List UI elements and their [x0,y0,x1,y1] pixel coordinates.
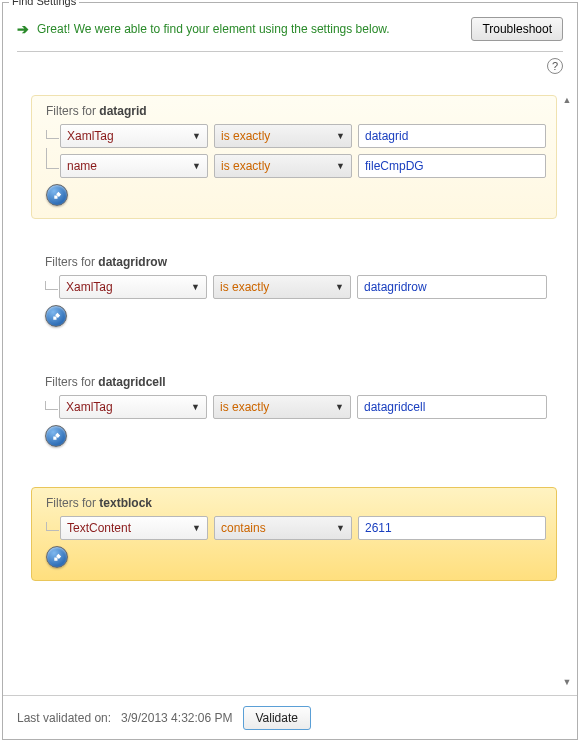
filter-row: XamlTag▼is exactly▼datagridcell [59,395,547,419]
filters-for-label: Filters for [46,496,99,510]
filter-section: Filters for datagridXamlTag▼is exactly▼d… [31,95,557,219]
filter-row: TextContent▼contains▼2611 [60,516,546,540]
value-input[interactable]: datagridcell [357,395,547,419]
filter-row: name▼is exactly▼fileCmpDG [60,154,546,178]
scroll-up-icon[interactable]: ▲ [560,93,574,107]
status-message: Great! We were able to find your element… [37,22,471,36]
filter-target-name: textblock [99,496,152,510]
filters-for-label: Filters for [45,375,98,389]
filter-row: XamlTag▼is exactly▼datagrid [60,124,546,148]
chevron-down-icon: ▼ [192,523,201,533]
filter-section-title: Filters for datagridrow [41,255,547,269]
filter-target-name: datagridrow [98,255,167,269]
value-input[interactable]: fileCmpDG [358,154,546,178]
operator-dropdown-value: contains [221,521,266,535]
property-dropdown-value: XamlTag [66,400,113,414]
filters-scroll-area: Filters for datagridXamlTag▼is exactly▼d… [3,89,577,693]
filters-for-label: Filters for [45,255,98,269]
value-input[interactable]: datagridrow [357,275,547,299]
operator-dropdown[interactable]: is exactly▼ [213,275,351,299]
filter-section-title: Filters for datagrid [42,104,546,118]
value-input-text: datagridrow [364,280,427,294]
property-dropdown[interactable]: TextContent▼ [60,516,208,540]
property-dropdown-value: XamlTag [67,129,114,143]
filter-section: Filters for datagridcellXamlTag▼is exact… [31,367,557,459]
property-dropdown-value: name [67,159,97,173]
value-input-text: datagridcell [364,400,425,414]
property-dropdown[interactable]: XamlTag▼ [59,395,207,419]
operator-dropdown[interactable]: is exactly▼ [214,124,352,148]
validate-button[interactable]: Validate [243,706,311,730]
filter-section-title: Filters for datagridcell [41,375,547,389]
vertical-scrollbar[interactable]: ▲ ▼ [560,93,574,689]
operator-dropdown[interactable]: is exactly▼ [213,395,351,419]
panel-title: Find Settings [9,0,79,7]
property-dropdown-value: XamlTag [66,280,113,294]
target-icon-button[interactable] [45,305,67,327]
operator-dropdown[interactable]: contains▼ [214,516,352,540]
value-input-text: fileCmpDG [365,159,424,173]
value-input-text: 2611 [365,521,392,535]
operator-dropdown-value: is exactly [220,400,269,414]
last-validated-value: 3/9/2013 4:32:06 PM [121,711,232,725]
filter-section-title: Filters for textblock [42,496,546,510]
property-dropdown[interactable]: name▼ [60,154,208,178]
chevron-down-icon: ▼ [191,282,200,292]
operator-dropdown-value: is exactly [221,159,270,173]
chevron-down-icon: ▼ [335,282,344,292]
property-dropdown[interactable]: XamlTag▼ [60,124,208,148]
filter-target-name: datagridcell [98,375,165,389]
success-arrow-icon: ➔ [17,21,29,37]
chevron-down-icon: ▼ [336,161,345,171]
target-icon-button[interactable] [46,546,68,568]
operator-dropdown-value: is exactly [221,129,270,143]
chevron-down-icon: ▼ [336,523,345,533]
operator-dropdown[interactable]: is exactly▼ [214,154,352,178]
property-dropdown-value: TextContent [67,521,131,535]
filter-section: Filters for datagridrowXamlTag▼is exactl… [31,247,557,339]
filter-section: Filters for textblockTextContent▼contain… [31,487,557,581]
filters-for-label: Filters for [46,104,99,118]
chevron-down-icon: ▼ [336,131,345,141]
chevron-down-icon: ▼ [191,402,200,412]
chevron-down-icon: ▼ [335,402,344,412]
target-icon-button[interactable] [46,184,68,206]
value-input[interactable]: 2611 [358,516,546,540]
value-input-text: datagrid [365,129,408,143]
scroll-down-icon[interactable]: ▼ [560,675,574,689]
filter-row: XamlTag▼is exactly▼datagridrow [59,275,547,299]
help-icon[interactable]: ? [547,58,563,74]
target-icon-button[interactable] [45,425,67,447]
last-validated-label: Last validated on: [17,711,111,725]
filter-target-name: datagrid [99,104,146,118]
operator-dropdown-value: is exactly [220,280,269,294]
chevron-down-icon: ▼ [192,131,201,141]
value-input[interactable]: datagrid [358,124,546,148]
property-dropdown[interactable]: XamlTag▼ [59,275,207,299]
chevron-down-icon: ▼ [192,161,201,171]
troubleshoot-button[interactable]: Troubleshoot [471,17,563,41]
